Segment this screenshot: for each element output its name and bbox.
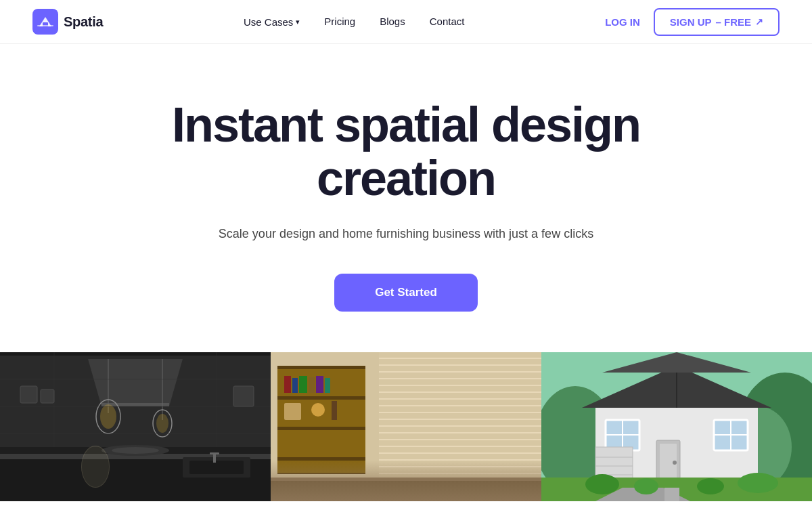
svg-rect-53 [379,488,541,493]
kitchen-image-card [0,352,271,501]
svg-point-17 [156,414,168,433]
nav-links: Use Cases ▾ Pricing Blogs Contact [244,16,464,28]
use-cases-label: Use Cases [244,16,293,28]
svg-rect-65 [309,377,315,393]
svg-rect-51 [379,474,541,480]
login-button[interactable]: LOG IN [605,16,640,28]
svg-rect-59 [277,427,365,430]
svg-point-97 [738,473,778,493]
svg-point-88 [673,461,677,465]
nav-actions: LOG IN SIGN UP – FREE ↗ [605,8,780,36]
svg-rect-35 [379,366,541,371]
svg-rect-5 [0,352,271,356]
signup-suffix: – FREE [715,16,751,28]
svg-rect-63 [292,378,298,393]
navigation: Spatia Use Cases ▾ Pricing Blogs Contact… [0,0,812,44]
svg-rect-68 [284,403,301,420]
svg-rect-40 [379,400,541,405]
chevron-down-icon: ▾ [296,18,300,26]
use-cases-link[interactable]: Use Cases ▾ [244,16,300,28]
svg-rect-58 [277,396,365,400]
svg-rect-54 [379,494,541,500]
hero-title-line2: creation [317,151,495,205]
svg-rect-66 [316,376,323,393]
svg-rect-45 [379,433,541,439]
svg-rect-71 [271,478,541,501]
kitchen-scene-svg [0,352,271,501]
brand-name: Spatia [64,14,103,30]
svg-rect-52 [379,481,541,486]
nav-item-blogs[interactable]: Blogs [380,16,405,28]
svg-rect-49 [379,461,541,466]
svg-point-69 [311,403,325,417]
svg-marker-8 [88,359,183,406]
svg-rect-2 [37,25,53,26]
svg-rect-33 [379,352,541,358]
logo[interactable]: Spatia [32,9,103,35]
hero-subtitle: Scale your design and home furnishing bu… [219,224,593,244]
get-started-button[interactable]: Get Started [334,274,478,312]
house-scene-svg [541,352,812,501]
svg-rect-67 [325,378,330,393]
svg-point-11 [112,447,159,454]
hero-title: Instant spatial design creation [172,98,640,205]
svg-rect-57 [277,366,365,369]
svg-rect-38 [379,386,541,391]
hero-section: Instant spatial design creation Scale yo… [0,44,812,352]
blogs-link[interactable]: Blogs [380,16,405,27]
external-link-icon: ↗ [755,16,763,27]
svg-rect-43 [379,420,541,425]
svg-rect-44 [379,427,541,432]
svg-rect-48 [379,454,541,459]
svg-rect-42 [379,413,541,419]
svg-rect-61 [277,473,365,474]
svg-rect-29 [233,386,254,406]
svg-rect-95 [664,488,679,501]
hero-title-line1: Instant spatial design [172,98,640,152]
nav-item-use-cases[interactable]: Use Cases ▾ [244,16,300,28]
svg-rect-37 [379,379,541,385]
svg-rect-46 [379,440,541,446]
svg-point-96 [585,474,619,494]
signup-button[interactable]: SIGN UP – FREE ↗ [654,8,780,36]
svg-rect-39 [379,393,541,398]
house-image-card [541,352,812,501]
signup-label: SIGN UP [670,16,712,28]
nav-item-pricing[interactable]: Pricing [324,16,355,28]
svg-rect-72 [271,481,541,501]
svg-rect-34 [379,359,541,364]
contact-link[interactable]: Contact [430,16,465,27]
svg-rect-28 [41,389,54,403]
svg-rect-70 [332,401,337,420]
svg-rect-50 [379,467,541,473]
svg-rect-64 [299,376,307,393]
svg-rect-47 [379,447,541,452]
svg-point-14 [100,404,116,429]
svg-rect-62 [284,376,291,393]
svg-rect-24 [189,461,244,474]
image-grid [0,352,812,501]
svg-rect-26 [210,452,219,454]
nav-item-contact[interactable]: Contact [430,16,465,28]
svg-point-99 [697,478,724,494]
svg-rect-60 [277,457,365,461]
living-scene-svg [271,352,541,501]
logo-icon [32,9,58,35]
svg-rect-36 [379,373,541,378]
living-room-image-card [271,352,541,501]
svg-point-98 [634,478,658,494]
pricing-link[interactable]: Pricing [324,16,355,27]
svg-rect-41 [379,406,541,412]
svg-rect-27 [20,386,37,403]
